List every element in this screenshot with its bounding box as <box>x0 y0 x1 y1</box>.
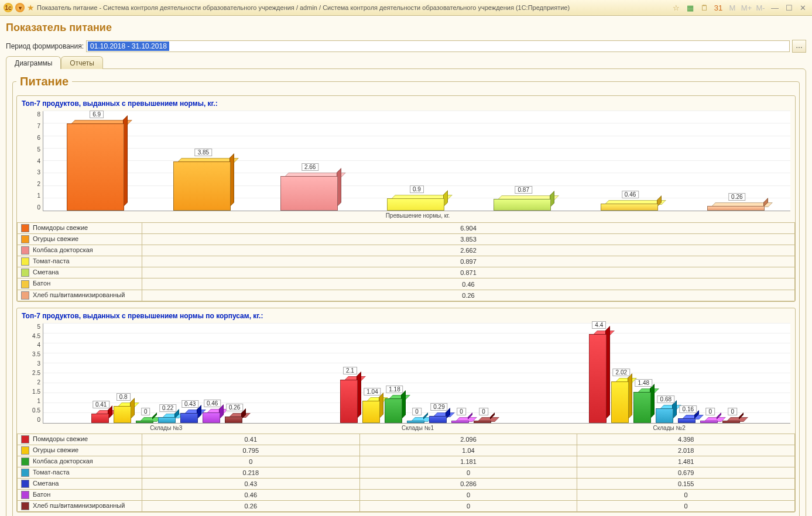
bar-value-label: 0.46 <box>204 400 221 407</box>
bar-value-label: 0.46 <box>622 191 639 198</box>
m-minus-icon[interactable]: M- <box>756 3 765 12</box>
bar-value-label: 0 <box>706 408 715 415</box>
calendar-icon[interactable]: 31 <box>714 3 723 12</box>
favorite-star-icon[interactable]: ★ <box>27 3 35 12</box>
chart1-data-table: Помидоры свежие6.904Огурцы свежие3.853Ко… <box>17 222 795 301</box>
bar-value-label: 0 <box>141 408 150 415</box>
bar-value-label: 0.8 <box>117 393 131 401</box>
navigator-icon[interactable]: ▦ <box>686 3 695 12</box>
bar: 6.9 <box>43 111 150 211</box>
page-title: Показатель питание <box>6 22 806 34</box>
bar-group: 4.42.021.480.680.1600 <box>542 324 790 423</box>
m-icon[interactable]: M <box>728 3 737 12</box>
tab-strip: Диаграммы Отчеты <box>6 56 806 69</box>
bar: 0.46 <box>577 111 683 211</box>
bar-value-label: 0.26 <box>226 404 243 411</box>
table-row: Батон0.46 <box>18 278 795 290</box>
chart2-y-axis: 54.543.532.521.510.50 <box>17 324 43 423</box>
window-title: Показатель питание - Система контроля де… <box>37 4 668 11</box>
tab-diagrams[interactable]: Диаграммы <box>6 56 61 69</box>
x-category-label: Склады №2 <box>543 424 795 434</box>
maximize-icon[interactable]: ☐ <box>783 4 795 12</box>
bar-value-label: 0.43 <box>181 400 198 408</box>
table-row: Хлеб пш/витаминизированный0.2600 <box>18 501 795 512</box>
bar-value-label: 0.16 <box>680 405 697 413</box>
table-row: Колбаса докторская2.662 <box>18 245 795 256</box>
tab-reports[interactable]: Отчеты <box>61 56 102 69</box>
table-row: Помидоры свежие6.904 <box>18 223 795 234</box>
bar-value-label: 2.02 <box>613 369 630 376</box>
bar-value-label: 2.66 <box>301 163 318 171</box>
period-select-button[interactable]: … <box>792 40 806 53</box>
table-row: Томат-паста0.21800.679 <box>18 467 795 478</box>
bar-value-label: 3.85 <box>195 149 212 156</box>
minimize-icon[interactable]: — <box>769 4 781 12</box>
bar-group: 0.410.800.220.430.460.26 <box>43 324 292 423</box>
bar-value-label: 0 <box>728 408 738 415</box>
bar-value-label: 0.26 <box>728 193 745 201</box>
table-row: Хлеб пш/витаминизированный0.26 <box>18 290 795 301</box>
bar-value-label: 0.87 <box>515 186 532 194</box>
bar-value-label: 0.29 <box>430 403 447 411</box>
table-row: Колбаса докторская01.1811.481 <box>18 456 795 467</box>
window-titlebar: 1c ▾ ★ Показатель питание - Система конт… <box>0 0 812 16</box>
close-icon[interactable]: ✕ <box>797 4 808 12</box>
table-row: Огурцы свежие3.853 <box>18 234 795 245</box>
bar-value-label: 6.9 <box>90 111 104 118</box>
bar-group: 2.11.041.1800.2900 <box>292 324 541 423</box>
bar-value-label: 0.9 <box>410 185 424 193</box>
bar: 0.26 <box>684 111 790 211</box>
bar: 3.85 <box>150 111 256 211</box>
period-label: Период формирования: <box>6 42 84 50</box>
x-category-label: Склады №1 <box>292 424 544 434</box>
bar-value-label: 0 <box>479 408 488 415</box>
table-row: Огурцы свежие0.7951.042.018 <box>18 445 795 456</box>
chart2-plot-area: 0.410.800.220.430.460.262.11.041.1800.29… <box>43 324 790 424</box>
chart1-plot-area: 6.93.852.660.90.870.460.26 <box>43 111 790 211</box>
bar: 0.9 <box>364 111 470 211</box>
bar-value-label: 0 <box>457 408 466 415</box>
chart2-data-table: Помидоры свежие0.412.0964.398Огурцы свеж… <box>17 434 795 512</box>
app-1c-icon: 1c <box>4 3 13 12</box>
m-plus-icon[interactable]: M+ <box>742 3 751 12</box>
chart-top7-by-building: Топ-7 продуктов, выданных с превышением … <box>16 308 796 513</box>
chart2-x-categories: Склады №3Склады №1Склады №2 <box>17 424 795 434</box>
section-nutrition: Питание Топ-7 продуктов, выданных с прев… <box>12 75 800 516</box>
bar-value-label: 1.18 <box>386 386 403 393</box>
chart2-title: Топ-7 продуктов, выданных с превышением … <box>17 308 795 321</box>
table-row: Томат-паста0.897 <box>18 256 795 267</box>
bar-value-label: 2.1 <box>343 367 357 374</box>
bar: 0.87 <box>470 111 577 211</box>
dropdown-icon[interactable]: ▾ <box>15 3 25 12</box>
bar-value-label: 1.04 <box>364 388 381 395</box>
table-row: Сметана0.871 <box>18 267 795 278</box>
table-row: Сметана0.430.2860.155 <box>18 479 795 490</box>
tab-panel-diagrams: Питание Топ-7 продуктов, выданных с прев… <box>6 68 806 516</box>
bar-value-label: 4.4 <box>592 321 606 329</box>
x-category-label: Склады №3 <box>40 424 292 434</box>
bar-value-label: 1.48 <box>635 379 652 387</box>
bar-value-label: 0 <box>412 408 422 415</box>
bar: 2.66 <box>257 111 364 211</box>
section-nutrition-title: Питание <box>16 75 72 88</box>
calculator-icon[interactable]: 🗒 <box>700 3 709 12</box>
bar-value-label: 0.68 <box>657 395 674 403</box>
table-row: Батон0.4600 <box>18 490 795 501</box>
chart-top7-total: Топ-7 продуктов, выданных с превышением … <box>16 95 796 302</box>
period-input[interactable]: 01.10.2018 - 31.10.2018 <box>86 40 790 52</box>
chart1-x-label: Превышение нормы, кг. <box>17 211 795 222</box>
favorites-icon[interactable]: ☆ <box>671 3 681 12</box>
chart1-title: Топ-7 продуктов, выданных с превышением … <box>17 96 795 109</box>
table-row: Помидоры свежие0.412.0964.398 <box>18 434 795 445</box>
bar-value-label: 0.22 <box>159 404 176 412</box>
period-value: 01.10.2018 - 31.10.2018 <box>88 42 169 51</box>
bar-value-label: 0.41 <box>92 401 109 408</box>
chart1-y-axis: 876543210 <box>17 111 43 211</box>
